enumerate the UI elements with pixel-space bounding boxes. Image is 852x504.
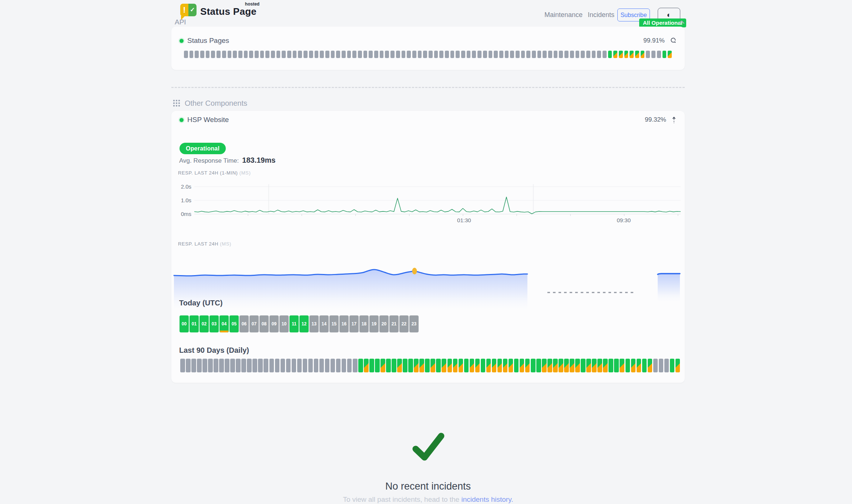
uptime-bar bbox=[374, 51, 378, 58]
collapse-button[interactable] bbox=[671, 116, 677, 124]
day-bar bbox=[392, 359, 396, 372]
hour-block: 17 bbox=[349, 315, 359, 332]
day-bar bbox=[369, 359, 374, 372]
hour-block: 03 bbox=[209, 315, 219, 332]
uptime-bar bbox=[347, 51, 351, 58]
hour-block: 04 bbox=[219, 315, 229, 332]
day-bar bbox=[358, 359, 363, 372]
day-bar bbox=[314, 359, 319, 372]
hour-block: 08 bbox=[259, 315, 269, 332]
dashed-divider bbox=[171, 87, 685, 88]
uptime-bar bbox=[548, 51, 552, 58]
svg-text:1.0s: 1.0s bbox=[181, 197, 191, 203]
hour-block: 14 bbox=[319, 315, 329, 332]
uptime-bar bbox=[265, 51, 269, 58]
hour-block: 05 bbox=[229, 315, 239, 332]
day-bar bbox=[659, 359, 664, 372]
incidents-subtitle: To view all past incidents, head to the bbox=[343, 495, 461, 503]
highlight-marker-dot bbox=[412, 268, 417, 274]
uptime-bar bbox=[385, 51, 389, 58]
uptime-bar bbox=[429, 51, 433, 58]
uptime-bar bbox=[249, 51, 253, 58]
hour-block: 21 bbox=[389, 315, 399, 332]
day-bar bbox=[470, 359, 474, 372]
uptime-bar bbox=[211, 51, 215, 58]
day-bar bbox=[459, 359, 463, 372]
uptime-bar bbox=[331, 51, 335, 58]
uptime-bar bbox=[592, 51, 596, 58]
day-bar bbox=[419, 359, 424, 372]
hour-block: 10 bbox=[279, 315, 289, 332]
incidents-history-link[interactable]: incidents history. bbox=[461, 495, 513, 503]
uptime-bar bbox=[651, 51, 655, 58]
uptime-bar bbox=[412, 51, 416, 58]
uptime-bars-strip bbox=[184, 51, 672, 58]
uptime-bar bbox=[233, 51, 237, 58]
day-bar bbox=[481, 359, 486, 372]
uptime-bar bbox=[217, 51, 221, 58]
today-utc-label: Today (UTC) bbox=[179, 299, 222, 307]
day-bar bbox=[219, 359, 224, 372]
uptime-bar bbox=[543, 51, 547, 58]
uptime-percentage: 99.32% bbox=[645, 116, 666, 124]
hour-block: 23 bbox=[409, 315, 419, 332]
day-bar bbox=[575, 359, 580, 372]
day-bar bbox=[625, 359, 630, 372]
day-bar bbox=[325, 359, 330, 372]
day-bar bbox=[331, 359, 335, 372]
uptime-bar bbox=[489, 51, 493, 58]
uptime-bar bbox=[315, 51, 319, 58]
day-bar bbox=[319, 359, 324, 372]
uptime-bar bbox=[559, 51, 563, 58]
day-bar bbox=[614, 359, 619, 372]
uptime-bar bbox=[603, 51, 607, 58]
uptime-bar bbox=[613, 51, 617, 58]
day-bar bbox=[664, 359, 669, 372]
day-bar bbox=[241, 359, 246, 372]
day-bar bbox=[258, 359, 263, 372]
uptime-bar bbox=[396, 51, 400, 58]
hour-block: 22 bbox=[399, 315, 409, 332]
uptime-bar bbox=[303, 51, 308, 58]
uptime-bar bbox=[352, 51, 356, 58]
day-bar bbox=[214, 359, 218, 372]
day-bar bbox=[442, 359, 446, 372]
uptime-bar bbox=[624, 51, 628, 58]
day-bar bbox=[281, 359, 285, 372]
uptime-bar bbox=[402, 51, 406, 58]
refresh-icon bbox=[670, 38, 677, 44]
day-bar bbox=[592, 359, 597, 372]
day-bar bbox=[353, 359, 358, 372]
uptime-bar bbox=[477, 51, 482, 58]
day-bar bbox=[586, 359, 591, 372]
refresh-button[interactable] bbox=[670, 38, 677, 44]
day-bar bbox=[247, 359, 252, 372]
day-bar bbox=[559, 359, 563, 372]
uptime-bar bbox=[668, 51, 672, 58]
day-bar bbox=[336, 359, 341, 372]
day-bar bbox=[180, 359, 185, 372]
uptime-bar bbox=[336, 51, 340, 58]
day-bar bbox=[503, 359, 508, 372]
uptime-bar bbox=[663, 51, 667, 58]
svg-text:01:30: 01:30 bbox=[457, 217, 471, 223]
uptime-bar bbox=[342, 51, 346, 58]
uptime-bar bbox=[526, 51, 530, 58]
uptime-bar bbox=[320, 51, 324, 58]
uptime-bar bbox=[456, 51, 460, 58]
hour-block: 09 bbox=[269, 315, 279, 332]
day-bar bbox=[542, 359, 547, 372]
uptime-bar bbox=[646, 51, 650, 58]
status-badge-operational: Operational bbox=[180, 143, 226, 154]
uptime-bar bbox=[390, 51, 395, 58]
uptime-bar bbox=[505, 51, 509, 58]
daily-status-strip bbox=[180, 359, 680, 372]
uptime-bar bbox=[363, 51, 368, 58]
uptime-bar bbox=[630, 51, 634, 58]
day-bar bbox=[303, 359, 308, 372]
uptime-bar bbox=[184, 51, 188, 58]
day-bar bbox=[453, 359, 458, 372]
day-bar bbox=[403, 359, 407, 372]
svg-text:0ms: 0ms bbox=[181, 211, 191, 217]
uptime-bar bbox=[564, 51, 568, 58]
